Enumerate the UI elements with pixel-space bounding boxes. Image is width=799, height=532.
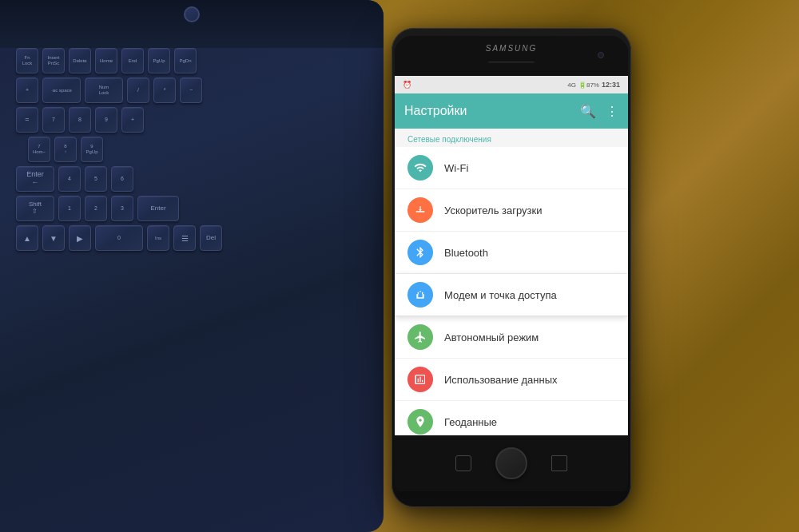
- key-pgup[interactable]: PgUp: [148, 48, 170, 73]
- back-button[interactable]: [455, 455, 471, 471]
- airplane-mode-icon: [407, 324, 433, 350]
- key-6[interactable]: 6: [111, 166, 133, 192]
- key-7-hom[interactable]: 7Hom−: [28, 137, 50, 162]
- key-8[interactable]: 8: [69, 107, 91, 133]
- key-enter[interactable]: Enter←: [16, 166, 54, 192]
- key-plus[interactable]: +: [16, 77, 38, 103]
- key-shift[interactable]: Shift⇧: [16, 196, 54, 221]
- key-5[interactable]: 5: [85, 166, 107, 192]
- key-asterisk[interactable]: *: [153, 77, 176, 103]
- key-arrow-right[interactable]: ▶: [69, 225, 91, 251]
- settings-item-download-boost[interactable]: Ускоритель загрузки: [395, 189, 628, 232]
- phone: SAMSUNG ⏰ 4G 🔋87% 12:31 Настройки: [392, 28, 631, 507]
- key-3[interactable]: 3: [111, 196, 133, 221]
- time-display: 12:31: [602, 81, 620, 89]
- key-slash[interactable]: /: [127, 77, 149, 103]
- section-header: Сетевые подключения: [395, 129, 628, 147]
- key-end[interactable]: End: [121, 48, 144, 73]
- key-equals[interactable]: =: [16, 107, 38, 133]
- key-insert[interactable]: InsertPrtSc: [42, 48, 65, 73]
- status-left: ⏰: [403, 81, 411, 89]
- app-bar-title: Настройки: [404, 104, 467, 118]
- key-9-pgup[interactable]: 9PgUp: [81, 137, 103, 162]
- wifi-icon: [407, 155, 433, 181]
- key-arrow-up[interactable]: ▲: [16, 225, 38, 251]
- battery-icon: 🔋87%: [578, 81, 599, 89]
- key-fn[interactable]: FnLock: [16, 48, 38, 73]
- home-button[interactable]: [495, 447, 527, 479]
- power-button-icon: [184, 6, 200, 22]
- more-options-icon[interactable]: ⋮: [606, 104, 618, 119]
- search-icon[interactable]: 🔍: [580, 104, 596, 119]
- hotspot-label: Модем и точка доступа: [444, 289, 557, 301]
- key-0[interactable]: 0: [95, 225, 143, 251]
- key-enter-num[interactable]: Enter: [137, 196, 179, 221]
- app-bar-actions: 🔍 ⋮: [580, 104, 618, 119]
- settings-item-location[interactable]: Геоданные: [395, 401, 628, 435]
- key-delete[interactable]: Delete: [69, 48, 91, 73]
- airplane-mode-label: Автономный режим: [444, 332, 539, 343]
- settings-item-hotspot[interactable]: Модем и точка доступа: [395, 274, 628, 316]
- key-del[interactable]: Del: [200, 225, 222, 251]
- key-ins[interactable]: Ins: [147, 225, 169, 251]
- bluetooth-icon: [407, 240, 433, 265]
- phone-bottom-bezel: [395, 435, 628, 491]
- keyboard-area: FnLock InsertPrtSc Delete Home End PgUp …: [16, 48, 368, 508]
- key-pgdn[interactable]: PgDn: [174, 48, 197, 73]
- settings-item-data-usage[interactable]: Использование данных: [395, 359, 628, 401]
- key-9[interactable]: 9: [95, 107, 117, 133]
- hotspot-icon: [407, 282, 433, 308]
- key-4[interactable]: 4: [58, 166, 81, 192]
- recents-button[interactable]: [551, 455, 567, 471]
- settings-list: Wi-Fi Ускоритель загрузки Bluetooth: [395, 147, 628, 435]
- data-usage-label: Использование данных: [444, 374, 558, 386]
- key-minus-num[interactable]: −: [180, 77, 202, 103]
- status-bar: ⏰ 4G 🔋87% 12:31: [395, 76, 628, 93]
- bluetooth-label: Bluetooth: [444, 247, 488, 259]
- phone-inner: SAMSUNG ⏰ 4G 🔋87% 12:31 Настройки: [395, 36, 628, 499]
- download-boost-label: Ускоритель загрузки: [444, 204, 542, 216]
- signal-icon: 4G: [567, 81, 576, 89]
- camera-icon: [598, 52, 604, 58]
- key-num-lock[interactable]: NumLock: [85, 77, 123, 103]
- key-arrow-down[interactable]: ▼: [42, 225, 65, 251]
- status-right: 4G 🔋87% 12:31: [567, 81, 620, 89]
- key-plus-num[interactable]: +: [121, 107, 144, 133]
- data-usage-icon: [407, 367, 433, 392]
- laptop: FnLock InsertPrtSc Delete Home End PgUp …: [0, 0, 384, 532]
- alarm-icon: ⏰: [403, 81, 411, 89]
- speaker-grill: [487, 60, 535, 63]
- phone-screen: ⏰ 4G 🔋87% 12:31 Настройки 🔍 ⋮ Сетевые по…: [395, 76, 628, 435]
- key-ac-space[interactable]: ·ac space: [42, 77, 81, 103]
- location-label: Геоданные: [444, 416, 497, 428]
- download-boost-icon: [407, 197, 433, 223]
- key-2[interactable]: 2: [85, 196, 107, 221]
- settings-item-wifi[interactable]: Wi-Fi: [395, 147, 628, 189]
- key-8-up[interactable]: 8↑: [54, 137, 77, 162]
- samsung-logo: SAMSUNG: [486, 44, 538, 53]
- wifi-label: Wi-Fi: [444, 162, 468, 174]
- app-bar: Настройки 🔍 ⋮: [395, 93, 628, 129]
- location-icon: [407, 409, 433, 435]
- settings-item-bluetooth[interactable]: Bluetooth: [395, 232, 628, 274]
- key-1[interactable]: 1: [58, 196, 81, 221]
- key-home[interactable]: Home: [95, 48, 117, 73]
- key-7[interactable]: 7: [42, 107, 65, 133]
- settings-item-airplane[interactable]: Автономный режим: [395, 316, 628, 359]
- key-menu[interactable]: ☰: [173, 225, 196, 251]
- phone-top-bezel: SAMSUNG: [395, 36, 628, 76]
- laptop-top-edge: [0, 0, 384, 48]
